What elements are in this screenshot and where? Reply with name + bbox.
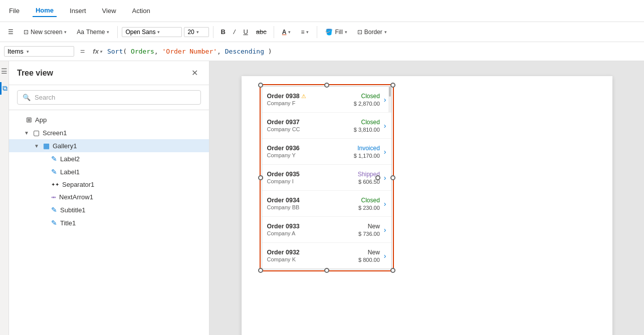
sidebar-item-gallery1[interactable]: ▼ ▦ Gallery1 xyxy=(9,139,209,152)
font-size-input[interactable]: 20 ▾ xyxy=(184,27,209,37)
fx-button[interactable]: fx ▾ xyxy=(91,48,104,55)
hamburger-icon: ☰ xyxy=(8,29,14,36)
new-screen-button[interactable]: ⊡ New screen ▾ xyxy=(20,27,71,38)
gallery-row-0934-subtitle: Company BB xyxy=(267,204,359,210)
sidebar-item-subtitle1[interactable]: ✎ Subtitle1 xyxy=(9,203,209,216)
label2-label: Label2 xyxy=(60,155,80,163)
strikethrough-button[interactable]: abc xyxy=(253,27,270,37)
theme-label: Theme xyxy=(86,29,105,36)
gallery-row-0936-title: Order 0936 xyxy=(267,145,354,152)
sidebar-item-separator1[interactable]: ✦✦ Separator1 xyxy=(9,178,209,191)
theme-chevron: ▾ xyxy=(107,30,109,35)
sep2 xyxy=(213,26,213,38)
align-button[interactable]: ≡ ▾ xyxy=(297,27,313,38)
gallery-row-0934-arrow[interactable]: › xyxy=(384,200,386,208)
fx-label: fx xyxy=(93,48,99,55)
gallery-row-0934[interactable]: Order 0934 Company BB Closed $ 230.00 › xyxy=(262,191,391,217)
gallery-row-0938-subtitle: Company F xyxy=(267,100,354,106)
menu-action[interactable]: Action xyxy=(129,5,153,17)
gallery-row-0936[interactable]: Order 0936 Company Y Invoiced $ 1,170.00… xyxy=(262,139,391,165)
align-chevron: ▾ xyxy=(306,30,309,35)
gallery-row-0937-arrow[interactable]: › xyxy=(384,122,386,130)
formula-bar: Items ▾ = fx ▾ Sort( Orders, 'Order Numb… xyxy=(0,42,644,61)
menu-bar: File Home Insert View Action xyxy=(0,0,644,22)
tree-items: ⊞ App ▼ ▢ Screen1 ▼ ▦ Gallery1 ✎ Label2 xyxy=(9,110,209,335)
gallery-row-0935-arrow[interactable]: › xyxy=(384,174,386,182)
formula-comma2: , xyxy=(217,48,225,55)
border-icon: ⊡ xyxy=(357,29,362,36)
gallery-row-0933-arrow[interactable]: › xyxy=(384,226,386,234)
gallery-row-0933-right: New $ 736.00 xyxy=(358,223,380,237)
border-button[interactable]: ⊡ Border ▾ xyxy=(353,27,391,38)
formula-value-orders: Orders xyxy=(131,48,154,55)
gallery-icon: ▦ xyxy=(43,142,50,150)
row-handle-left[interactable] xyxy=(262,175,263,180)
menu-home[interactable]: Home xyxy=(33,5,57,17)
gallery-row-0933[interactable]: Order 0933 Company A New $ 736.00 › xyxy=(262,217,391,243)
underline-button[interactable]: U xyxy=(240,27,251,37)
gallery-row-0936-status: Invoiced xyxy=(357,145,380,152)
gallery-row-0938[interactable]: Order 0938 ⚠ Company F Closed $ 2,870.00… xyxy=(262,87,391,113)
screen1-label: Screen1 xyxy=(43,129,67,137)
gallery-row-0933-subtitle: Company A xyxy=(267,230,359,236)
text-color-icon: A xyxy=(282,29,287,36)
gallery-row-0936-right: Invoiced $ 1,170.00 xyxy=(354,145,380,159)
text-color-button[interactable]: A ▾ xyxy=(278,27,295,38)
sidebar-item-label2[interactable]: ✎ Label2 xyxy=(9,152,209,165)
sidebar-item-title1[interactable]: ✎ Title1 xyxy=(9,216,209,229)
menu-file[interactable]: File xyxy=(6,5,23,17)
search-icon: 🔍 xyxy=(23,94,31,101)
formula-content[interactable]: Sort( Orders, 'Order Number', Descending… xyxy=(107,48,640,55)
gallery-row-0937-subtitle: Company CC xyxy=(267,126,354,132)
gallery-row-0932-arrow[interactable]: › xyxy=(384,252,386,260)
gallery-row-0936-content: Order 0936 Company Y xyxy=(267,145,354,158)
sidebar-item-label1[interactable]: ✎ Label1 xyxy=(9,165,209,178)
search-box[interactable]: 🔍 Search xyxy=(17,90,201,105)
app-label: App xyxy=(35,116,47,124)
gallery-row-0938-arrow[interactable]: › xyxy=(384,96,386,104)
toolbar: ☰ ⊡ New screen ▾ Aa Theme ▾ Open Sans ▾ … xyxy=(0,22,644,42)
name-box[interactable]: Items ▾ xyxy=(4,46,74,57)
gallery-row-0932-subtitle: Company K xyxy=(267,256,359,262)
sidebar-item-nextarrow1[interactable]: ⥈ NextArrow1 xyxy=(9,191,209,203)
hamburger-menu[interactable]: ☰ xyxy=(4,27,18,38)
gallery-row-0937[interactable]: Order 0937 Company CC Closed $ 3,810.00 … xyxy=(262,113,391,139)
gallery-row-0935[interactable]: Order 0935 Company I Shipped $ 606.50 › xyxy=(262,165,391,191)
separator1-icon: ✦✦ xyxy=(51,182,59,187)
sidebar-header: Tree view ✕ xyxy=(9,61,209,85)
new-screen-label: New screen xyxy=(31,29,62,36)
canvas-area: Order 0938 ⚠ Company F Closed $ 2,870.00… xyxy=(209,61,644,335)
bold-button[interactable]: B xyxy=(218,27,228,37)
gallery-row-0938-amount: $ 2,870.00 xyxy=(354,101,380,107)
gallery-row-0937-status: Closed xyxy=(361,119,379,126)
formula-paren-close: ) xyxy=(264,48,272,55)
font-chevron: ▾ xyxy=(157,30,160,35)
name-box-chevron: ▾ xyxy=(27,49,29,54)
font-selector[interactable]: Open Sans ▾ xyxy=(122,27,182,37)
scroll-bar[interactable] xyxy=(388,87,391,112)
menu-insert[interactable]: Insert xyxy=(67,5,89,17)
gallery-row-0934-title: Order 0934 xyxy=(267,197,359,204)
theme-icon: Aa xyxy=(77,29,84,36)
gallery-row-0932-content: Order 0932 Company K xyxy=(267,249,359,262)
sidebar-close-button[interactable]: ✕ xyxy=(188,67,201,79)
gallery-row-0938-status: Closed xyxy=(361,93,379,100)
sep4 xyxy=(317,26,317,38)
gallery-component: Order 0938 ⚠ Company F Closed $ 2,870.00… xyxy=(262,86,392,269)
gallery-row-0933-content: Order 0933 Company A xyxy=(267,223,359,236)
sidebar-item-app[interactable]: ⊞ App xyxy=(9,113,209,126)
gallery-row-0936-arrow[interactable]: › xyxy=(384,148,386,156)
gallery1-chevron: ▼ xyxy=(34,143,40,149)
layers-icon[interactable]: ⧉ xyxy=(0,82,9,95)
theme-button[interactable]: Aa Theme ▾ xyxy=(73,27,113,38)
sep3 xyxy=(274,26,274,38)
italic-button[interactable]: / xyxy=(231,27,239,37)
border-chevron: ▾ xyxy=(384,30,387,35)
gallery-row-0932[interactable]: Order 0932 Company K New $ 800.00 › xyxy=(262,243,391,269)
sidebar-item-screen1[interactable]: ▼ ▢ Screen1 xyxy=(9,126,209,139)
row-handle-right[interactable] xyxy=(375,175,380,180)
hamburger-left-icon[interactable]: ☰ xyxy=(0,65,9,77)
sidebar-title: Tree view xyxy=(17,69,53,78)
menu-view[interactable]: View xyxy=(99,5,119,17)
fill-button[interactable]: 🪣 Fill ▾ xyxy=(321,27,351,38)
